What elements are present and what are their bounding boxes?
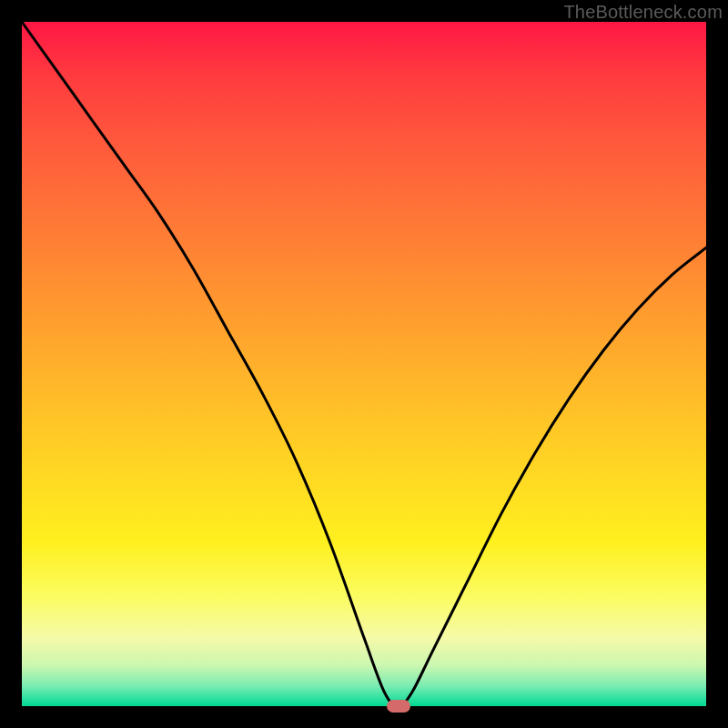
optimum-marker xyxy=(387,700,410,713)
bottleneck-curve xyxy=(22,22,706,706)
curve-path xyxy=(22,22,706,706)
plot-area xyxy=(22,22,706,706)
watermark-text: TheBottleneck.com xyxy=(563,2,723,23)
chart-frame: TheBottleneck.com xyxy=(0,0,728,728)
